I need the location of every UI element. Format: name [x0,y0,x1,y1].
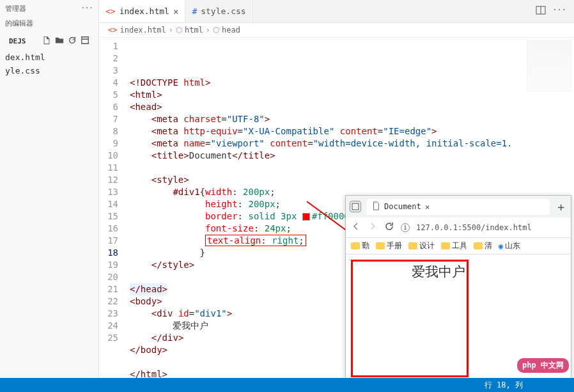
html-file-icon: <> [105,6,116,16]
css-file-icon: # [192,6,197,16]
chevron-right-icon: › [206,26,210,35]
chevron-right-icon: › [169,26,173,35]
forward-icon[interactable] [368,221,378,233]
close-icon[interactable]: × [173,6,178,17]
reload-icon[interactable] [384,221,394,233]
bookmark-item[interactable]: 工具 [441,240,467,251]
collapse-icon[interactable] [81,36,89,47]
bookmark-item[interactable]: 清 [474,240,492,251]
file-item-html[interactable]: dex.html [0,51,98,64]
explorer-section: DEJS [4,35,37,48]
browser-tab[interactable]: Document × [366,199,550,215]
element-icon: ⬡ [176,26,182,35]
more-actions-icon[interactable]: ··· [552,5,566,17]
tab-list-icon[interactable] [350,201,361,212]
file-item-css[interactable]: yle.css [0,64,98,77]
tab-style-css[interactable]: # style.css [185,0,252,22]
explorer-subtitle: 的编辑器 [0,17,98,32]
browser-tab-title: Document [384,202,421,211]
bookmarks-bar: 勤 手册 设计 工具 清 ◉山东 [346,238,571,255]
bookmark-item[interactable]: 设计 [408,240,435,251]
watermark-logo: php 中文网 [517,358,569,373]
bookmark-item[interactable]: 勤 [351,240,369,251]
tab-label: index.html [120,6,169,16]
element-icon: ⬡ [213,26,219,35]
page-icon [371,201,380,212]
refresh-icon[interactable] [68,36,77,47]
bookmark-item[interactable]: 手册 [376,240,402,251]
new-file-icon[interactable] [42,36,51,47]
more-icon[interactable]: ··· [81,4,93,13]
line-gutter: 1234567891011121314151617181920212223242… [99,38,130,392]
new-folder-icon[interactable] [55,36,64,47]
back-icon[interactable] [351,221,361,233]
browser-window: Document × + i 127.0.0.1:5500/index.html… [345,195,571,380]
close-icon[interactable]: × [425,202,430,212]
tab-bar: <> index.html × # style.css ··· [99,0,574,23]
address-bar[interactable]: 127.0.0.1:5500/index.html [416,223,566,232]
bookmark-item[interactable]: ◉山东 [499,240,520,251]
tab-label: style.css [201,6,245,16]
minimap[interactable] [527,40,571,91]
new-tab-icon[interactable]: + [555,200,567,214]
split-editor-icon[interactable] [536,5,546,17]
explorer-title: 管理器 [5,4,26,13]
svg-rect-3 [352,203,359,210]
status-bar: 行 18, 列 [0,378,574,392]
rendered-div1: 爱我中户 [351,260,469,377]
explorer-panel: 管理器 ··· 的编辑器 DEJS dex.html yle.css [0,0,99,392]
tab-index-html[interactable]: <> index.html × [99,0,185,22]
info-icon[interactable]: i [401,223,410,232]
breadcrumb[interactable]: <> index.html › ⬡ html › ⬡ head [99,23,574,38]
html-file-icon: <> [108,26,117,35]
cursor-position[interactable]: 行 18, 列 [485,380,523,391]
